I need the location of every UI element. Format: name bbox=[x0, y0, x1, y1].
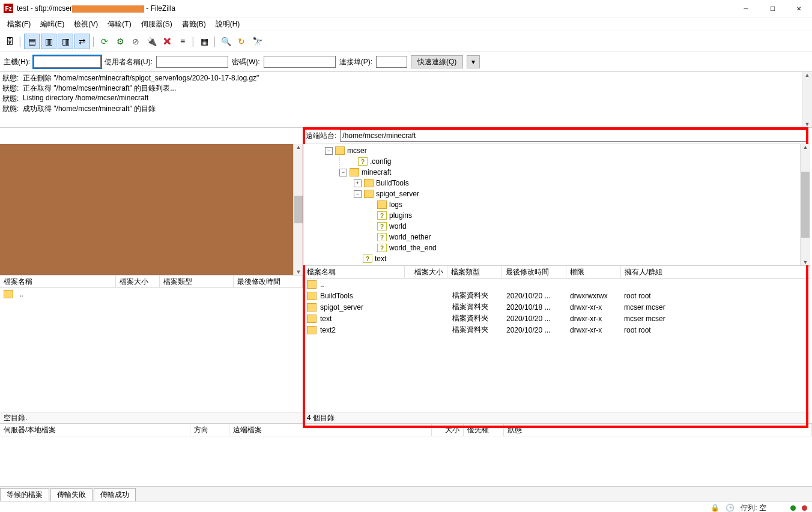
queue-hdr-remote[interactable]: 遠端檔案 bbox=[229, 424, 432, 436]
process-icon[interactable]: ↻ bbox=[234, 34, 249, 49]
quickconnect-expand[interactable]: ▾ bbox=[467, 55, 480, 68]
local-status: 空目錄. bbox=[0, 412, 303, 423]
queue-header: 伺服器/本地檔案 方向 遠端檔案 大小 優先權 狀態 bbox=[0, 424, 812, 436]
tree-label[interactable]: spigot_server bbox=[376, 190, 419, 198]
binoculars-icon[interactable]: 🔭 bbox=[250, 34, 264, 49]
tree-toggle[interactable]: − bbox=[339, 169, 347, 176]
local-list-body[interactable]: .. bbox=[0, 288, 303, 412]
table-row[interactable]: BuildTools檔案資料夾2020/10/20 ...drwxrwxrwxr… bbox=[303, 290, 810, 301]
local-hdr-type[interactable]: 檔案類型 bbox=[160, 276, 234, 288]
remote-path-row: 遠端站台: bbox=[303, 128, 810, 144]
menu-edit[interactable]: 編輯(E) bbox=[35, 18, 69, 31]
cell-owner: mcser mcser bbox=[620, 315, 810, 323]
tree-toggle[interactable]: − bbox=[325, 147, 333, 155]
table-row[interactable]: text檔案資料夾2020/10/20 ...drwxr-xr-xmcser m… bbox=[303, 313, 810, 324]
tree-label[interactable]: text bbox=[375, 254, 386, 263]
reconnect-icon[interactable]: 🗙 bbox=[160, 34, 174, 49]
remote-tree-scrollbar[interactable]: ▲▼ bbox=[800, 144, 810, 265]
local-hdr-name[interactable]: 檔案名稱 bbox=[0, 276, 116, 288]
queue-hdr-srv[interactable]: 伺服器/本地檔案 bbox=[0, 424, 190, 436]
unknown-folder-icon: ? bbox=[363, 254, 372, 263]
tree-label[interactable]: plugins bbox=[389, 211, 412, 220]
user-input[interactable] bbox=[156, 56, 228, 68]
tree-label[interactable]: world_nether bbox=[389, 233, 431, 241]
menu-help[interactable]: 說明(H) bbox=[211, 18, 245, 31]
maximize-button[interactable]: ☐ bbox=[759, 0, 786, 17]
quickconnect-button[interactable]: 快速連線(Q) bbox=[411, 55, 463, 68]
folder-icon bbox=[350, 168, 359, 176]
compare-icon[interactable]: ▦ bbox=[197, 34, 211, 49]
tab-failed[interactable]: 傳輸失敗 bbox=[50, 488, 92, 501]
tree-label[interactable]: BuildTools bbox=[376, 179, 409, 187]
tree-label[interactable]: minecraft bbox=[362, 168, 391, 176]
tree-toggle[interactable]: + bbox=[354, 179, 362, 187]
remote-hdr-size[interactable]: 檔案大小 bbox=[405, 266, 447, 279]
menu-server[interactable]: 伺服器(S) bbox=[136, 18, 177, 31]
local-hdr-size[interactable]: 檔案大小 bbox=[116, 276, 160, 288]
title-bar: Fz test - sftp://mcser - FileZilla ─ ☐ ✕ bbox=[0, 0, 812, 17]
table-row[interactable]: spigot_server檔案資料夾2020/10/18 ...drwxr-xr… bbox=[303, 301, 810, 313]
cell-owner: root root bbox=[620, 292, 810, 300]
settings-icon[interactable]: ⚙ bbox=[113, 34, 127, 49]
log-area[interactable]: 狀態:正在刪除 "/home/mcser/minecraft/spigot_se… bbox=[0, 72, 812, 128]
host-input[interactable] bbox=[34, 56, 101, 68]
lamp-red-icon bbox=[802, 505, 807, 511]
toolbar-sep: │ bbox=[213, 34, 217, 49]
pass-input[interactable] bbox=[264, 56, 336, 68]
toggle-remote-tree-icon[interactable]: ▥ bbox=[58, 34, 73, 49]
tree-label[interactable]: world bbox=[389, 222, 407, 230]
lock-icon[interactable]: 🔒 bbox=[710, 504, 720, 512]
menu-bookmarks[interactable]: 書籤(B) bbox=[177, 18, 211, 31]
log-label: 狀態: bbox=[2, 83, 23, 94]
queue-hdr-priority[interactable]: 優先權 bbox=[464, 424, 504, 436]
local-hdr-mtime[interactable]: 最後修改時間 bbox=[234, 276, 303, 288]
tree-label[interactable]: mcser bbox=[347, 146, 367, 155]
queue-hdr-size[interactable]: 大小 bbox=[432, 424, 464, 436]
remote-list-body[interactable]: ..BuildTools檔案資料夾2020/10/20 ...drwxrwxrw… bbox=[303, 279, 810, 412]
table-row[interactable]: text2檔案資料夾2020/10/20 ...drwxr-xr-xroot r… bbox=[303, 324, 810, 336]
tab-success[interactable]: 傳輸成功 bbox=[94, 488, 136, 501]
remote-tree[interactable]: − mcser ? .config − minecraft + BuildToo… bbox=[303, 144, 810, 265]
remote-hdr-type[interactable]: 檔案類型 bbox=[447, 266, 502, 279]
queue-hdr-status[interactable]: 狀態 bbox=[504, 424, 812, 436]
local-updir[interactable]: .. bbox=[16, 290, 27, 298]
search-icon[interactable]: 🔍 bbox=[219, 34, 233, 49]
minimize-button[interactable]: ─ bbox=[733, 0, 759, 17]
refresh-icon[interactable]: ⟳ bbox=[97, 34, 112, 49]
panes: ▲▼ 檔案名稱 檔案大小 檔案類型 最後修改時間 .. 空目錄. 遠端站台: bbox=[0, 128, 812, 424]
log-scrollbar[interactable]: ▲▼ bbox=[802, 72, 812, 127]
log-label: 狀態: bbox=[2, 73, 23, 83]
remote-hdr-owner[interactable]: 擁有人/群組 bbox=[621, 266, 810, 279]
menu-view[interactable]: 檢視(V) bbox=[69, 18, 103, 31]
cell-mtime: 2020/10/18 ... bbox=[503, 303, 566, 312]
remote-path-input[interactable] bbox=[340, 130, 808, 142]
cell-mtime: 2020/10/20 ... bbox=[503, 292, 566, 300]
toggle-queue-icon[interactable]: ⇄ bbox=[74, 34, 90, 49]
remote-hdr-name[interactable]: 檔案名稱 bbox=[303, 266, 405, 279]
remote-hdr-mtime[interactable]: 最後修改時間 bbox=[502, 266, 566, 279]
tree-label[interactable]: .config bbox=[370, 157, 391, 166]
cell-name: .. bbox=[317, 280, 407, 289]
tree-toggle[interactable]: − bbox=[354, 190, 362, 198]
local-tree[interactable]: ▲▼ bbox=[0, 144, 303, 275]
remote-hdr-perm[interactable]: 權限 bbox=[566, 266, 621, 279]
site-manager-icon[interactable]: 🗄 bbox=[2, 34, 17, 49]
menu-transfer[interactable]: 傳輸(T) bbox=[103, 18, 136, 31]
menu-file[interactable]: 檔案(F) bbox=[2, 18, 35, 31]
toolbar-sep: │ bbox=[18, 34, 23, 49]
close-button[interactable]: ✕ bbox=[786, 0, 812, 17]
cell-name: text2 bbox=[317, 326, 407, 334]
queue-hdr-dir[interactable]: 方向 bbox=[190, 424, 229, 436]
table-row[interactable]: .. bbox=[303, 279, 810, 290]
port-input[interactable] bbox=[376, 56, 407, 68]
filter-icon[interactable]: ≡ bbox=[175, 34, 190, 49]
local-tree-scrollbar[interactable]: ▲▼ bbox=[293, 144, 303, 275]
cell-type: 檔案資料夾 bbox=[449, 325, 503, 335]
cancel-icon[interactable]: ⊘ bbox=[129, 34, 143, 49]
toggle-local-tree-icon[interactable]: ▥ bbox=[41, 34, 56, 49]
tab-queued[interactable]: 等候的檔案 bbox=[0, 488, 49, 501]
tree-label[interactable]: logs bbox=[389, 200, 402, 209]
tree-label[interactable]: world_the_end bbox=[389, 244, 437, 252]
disconnect-icon[interactable]: 🔌 bbox=[144, 34, 159, 49]
toggle-log-icon[interactable]: ▤ bbox=[24, 34, 40, 49]
